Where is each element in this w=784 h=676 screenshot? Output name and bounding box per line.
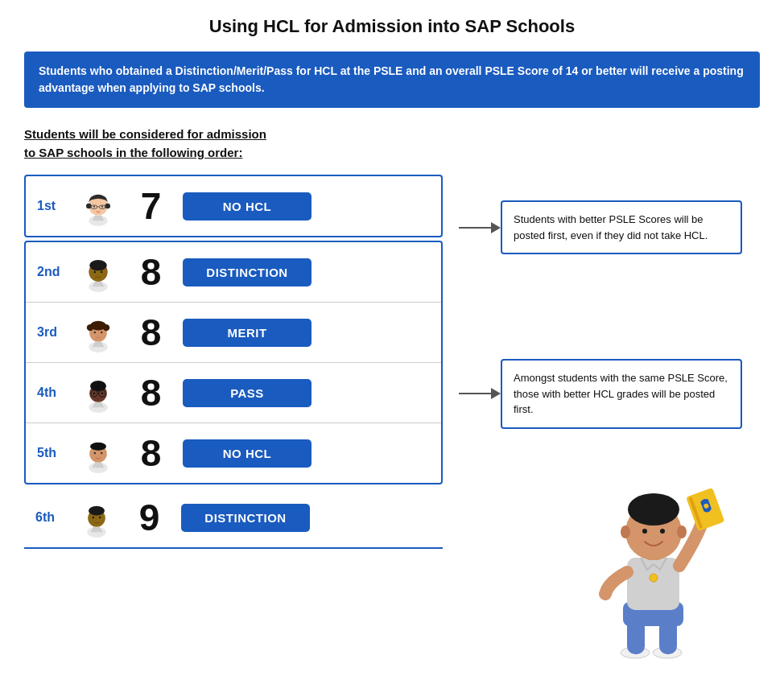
svg-point-12 <box>89 260 107 270</box>
avatar-1st <box>77 185 119 227</box>
avatar-2nd <box>77 251 119 293</box>
svg-point-53 <box>635 535 643 543</box>
info-banner: Students who obtained a Distinction/Meri… <box>24 52 760 108</box>
order-row-3rd: 3rd <box>26 303 441 363</box>
svg-point-33 <box>94 452 97 455</box>
arrow-line-1 <box>459 227 491 229</box>
svg-point-38 <box>93 517 95 519</box>
svg-point-29 <box>101 393 104 395</box>
svg-point-50 <box>677 526 687 538</box>
score-5th: 8 <box>129 431 173 475</box>
order-label-4th: 4th <box>37 385 68 400</box>
svg-point-34 <box>101 452 103 455</box>
character-illustration <box>459 453 760 662</box>
avatar-5th <box>77 432 119 474</box>
callout-box-1: Students with better PSLE Scores will be… <box>501 200 742 254</box>
svg-point-37 <box>89 506 105 516</box>
group-box-2nd-5th: 2nd <box>24 241 443 484</box>
svg-point-13 <box>94 271 97 274</box>
avatar-4th <box>77 372 119 414</box>
arrow-line-2 <box>459 393 491 394</box>
order-row-2nd: 2nd <box>26 242 441 303</box>
svg-point-58 <box>650 574 658 582</box>
left-panel: 1st <box>24 175 443 662</box>
order-label-1st: 1st <box>37 199 68 213</box>
page-title: Using HCL for Admission into SAP Schools <box>24 16 760 37</box>
right-panel: Students with better PSLE Scores will be… <box>443 175 760 662</box>
score-6th: 9 <box>127 496 171 539</box>
avatar-3rd <box>77 311 119 353</box>
svg-point-39 <box>99 517 101 519</box>
badge-3rd: MERIT <box>183 319 312 347</box>
student-character-svg <box>575 453 736 662</box>
order-label-2nd: 2nd <box>37 265 68 279</box>
svg-point-52 <box>660 529 665 534</box>
svg-point-48 <box>628 493 679 526</box>
order-row-6th: 6th 9 <box>24 488 443 547</box>
svg-point-19 <box>103 324 109 331</box>
badge-1st: NO HCL <box>183 192 312 221</box>
order-label-5th: 5th <box>37 446 68 460</box>
order-label-3rd: 3rd <box>37 325 68 340</box>
main-content: 1st <box>24 175 760 662</box>
badge-2nd: DISTINCTION <box>183 258 312 286</box>
score-1st: 7 <box>129 184 173 228</box>
badge-4th: PASS <box>183 379 312 407</box>
svg-point-28 <box>93 393 96 395</box>
section-label: Students will be considered for admissio… <box>24 126 760 162</box>
svg-point-14 <box>101 271 103 274</box>
badge-5th: NO HCL <box>183 439 312 468</box>
row-1st: 1st <box>24 175 443 237</box>
order-row-4th: 4th <box>26 363 441 423</box>
arrow2 <box>459 388 501 399</box>
arrow-head-1 <box>491 222 501 233</box>
order-row-1st: 1st <box>26 176 441 236</box>
callout-box-2: Amongst students with the same PSLE Scor… <box>501 359 742 429</box>
arrow-head-2 <box>491 388 501 399</box>
svg-point-21 <box>101 332 103 334</box>
arrow1 <box>459 222 501 233</box>
svg-point-7 <box>93 206 95 208</box>
callout2-section: Amongst students with the same PSLE Scor… <box>459 359 760 429</box>
order-label-6th: 6th <box>35 510 66 525</box>
svg-point-18 <box>87 324 93 331</box>
score-2nd: 8 <box>129 250 173 294</box>
svg-point-3 <box>105 204 110 209</box>
score-4th: 8 <box>129 371 173 414</box>
svg-point-49 <box>621 526 630 538</box>
svg-point-51 <box>642 529 647 534</box>
badge-6th: DISTINCTION <box>181 504 310 532</box>
order-row-5th: 5th 8 <box>26 423 441 483</box>
svg-point-24 <box>90 381 106 391</box>
score-3rd: 8 <box>129 311 173 354</box>
svg-point-2 <box>86 204 92 209</box>
callout1-section: Students with better PSLE Scores will be… <box>459 200 760 254</box>
svg-point-32 <box>90 443 106 451</box>
avatar-6th <box>76 497 118 538</box>
svg-point-20 <box>94 332 97 334</box>
row-6th: 6th 9 <box>24 488 443 549</box>
svg-point-54 <box>664 535 672 543</box>
svg-point-8 <box>101 206 103 208</box>
